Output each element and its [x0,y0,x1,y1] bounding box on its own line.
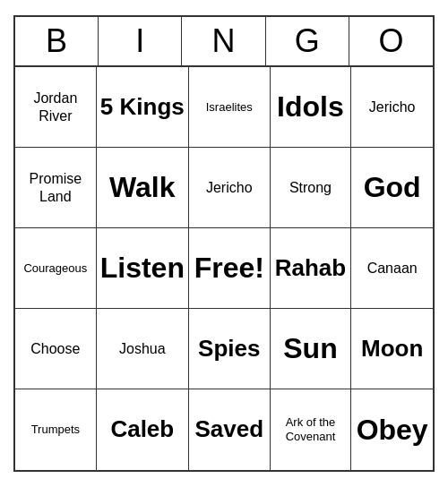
cell-text: Rahab [275,254,346,282]
bingo-cell: Promise Land [15,148,97,228]
bingo-cell: Walk [97,148,189,228]
bingo-cell: Listen [97,228,189,309]
header-cell-b: B [15,17,99,65]
bingo-cell: Spies [189,309,271,389]
cell-text: Courageous [23,261,87,276]
bingo-cell: Free! [189,228,271,309]
bingo-cell: Jericho [189,148,271,228]
cell-text: Ark of the Covenant [274,415,348,443]
bingo-cell: Rahab [271,228,352,309]
bingo-cell: Idols [271,67,352,148]
header-cell-n: N [182,17,265,65]
cell-text: Jericho [369,98,416,115]
cell-text: Obey [357,413,428,447]
cell-text: Jordan River [19,90,92,124]
bingo-cell: Trumpets [15,389,97,470]
bingo-cell: Caleb [97,389,189,470]
bingo-grid: Jordan River5 KingsIsraelitesIdolsJerich… [15,67,433,470]
cell-text: Choose [30,340,80,357]
bingo-cell: Strong [271,148,352,228]
cell-text: God [364,170,421,204]
header-cell-o: O [349,17,433,65]
bingo-cell: Ark of the Covenant [271,389,352,470]
bingo-cell: Obey [351,389,433,470]
bingo-cell: Saved [189,389,271,470]
cell-text: Caleb [110,415,174,443]
bingo-cell: Jordan River [15,67,97,148]
header-cell-g: G [266,17,349,65]
cell-text: Strong [289,179,332,196]
cell-text: Free! [194,251,264,285]
cell-text: Sun [283,331,337,365]
cell-text: Jericho [206,179,253,196]
cell-text: Listen [100,251,185,285]
bingo-cell: Joshua [97,309,189,389]
bingo-card: BINGO Jordan River5 KingsIsraelitesIdols… [13,15,435,472]
bingo-cell: Courageous [15,228,97,309]
cell-text: Trumpets [31,423,80,437]
bingo-cell: 5 Kings [97,67,189,148]
header-cell-i: I [99,17,182,65]
cell-text: Canaan [367,260,418,277]
cell-text: Israelites [206,100,253,115]
bingo-cell: Sun [271,309,352,389]
cell-text: Walk [109,170,176,204]
cell-text: Spies [198,335,260,363]
cell-text: Promise Land [19,170,92,204]
bingo-cell: Choose [15,309,97,389]
bingo-header: BINGO [15,17,433,67]
cell-text: Saved [194,415,263,443]
bingo-cell: Jericho [351,67,433,148]
bingo-cell: Canaan [351,228,433,309]
cell-text: Idols [277,90,344,124]
cell-text: Joshua [119,340,166,357]
bingo-cell: God [351,148,433,228]
cell-text: Moon [361,335,423,363]
bingo-cell: Moon [351,309,433,389]
cell-text: 5 Kings [100,93,185,121]
bingo-cell: Israelites [189,67,271,148]
